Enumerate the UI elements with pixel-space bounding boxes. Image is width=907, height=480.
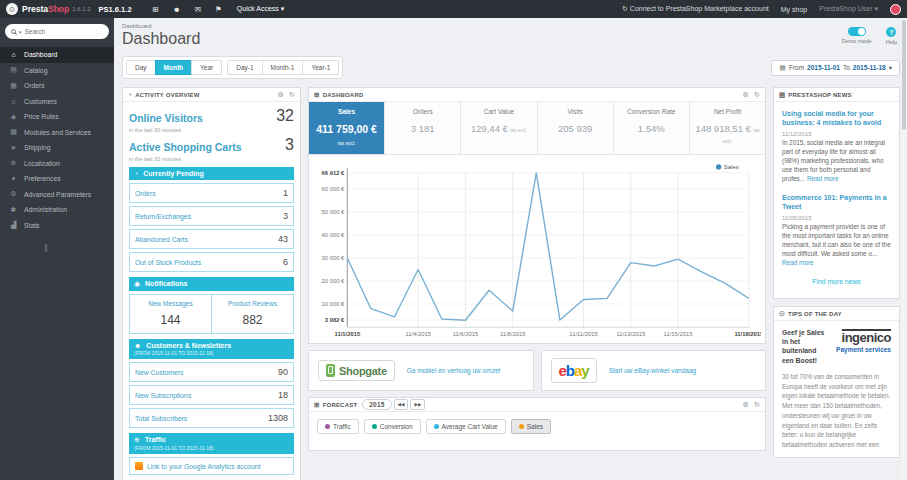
activity-overview-panel: ◔ ACTIVITY OVERVIEW ⚙ ↻ Online Visitors …: [122, 87, 301, 480]
metric-sales-button[interactable]: Sales: [511, 419, 551, 434]
article-title-link[interactable]: Using social media for your business: 4 …: [782, 109, 891, 127]
marketplace-link[interactable]: ↻ Connect to PrestaShop Marketplace acco…: [622, 5, 769, 13]
new-subscriptions-row[interactable]: New Subscriptions18: [129, 385, 294, 405]
sync-icon: ↻: [622, 5, 628, 12]
kpi-orders[interactable]: Orders 3 181: [385, 102, 461, 154]
cart-icon[interactable]: ⊞: [153, 5, 159, 14]
ingenico-logo[interactable]: ingenico Payment services: [835, 328, 891, 365]
svg-text:40 000 €: 40 000 €: [322, 232, 346, 238]
metric-conversion-button[interactable]: Conversion: [364, 419, 421, 434]
svg-text:11/4/2015: 11/4/2015: [405, 331, 431, 337]
abandoned-carts-row[interactable]: Abandoned Carts43: [129, 229, 294, 249]
sidebar-item-preferences[interactable]: ✦Preferences: [0, 171, 114, 187]
panel-settings-icon[interactable]: ⚙: [277, 91, 283, 99]
panel-settings-icon[interactable]: ⚙: [742, 401, 748, 409]
messages-icon[interactable]: ✉: [195, 5, 201, 14]
kpi-cart-value[interactable]: Cart Value 129,44 € tax excl.: [461, 102, 537, 154]
administration-icon: ✱: [9, 206, 18, 214]
online-visitors-value: 32: [276, 108, 294, 124]
shopgate-logo[interactable]: Shopgate: [318, 360, 395, 381]
active-carts-link[interactable]: Active Shopping Carts: [129, 141, 242, 153]
customers-icon[interactable]: ☻: [173, 5, 181, 14]
kpi-conversion-rate[interactable]: Conversion Rate 1.54%: [614, 102, 690, 154]
news-article: Ecommerce 101: Payments in a Tweet 11/05…: [782, 193, 891, 268]
search-input[interactable]: [25, 28, 95, 35]
page-scrollbar[interactable]: [901, 18, 907, 480]
metric-avg-cart-value-button[interactable]: Average Cart Value: [426, 419, 506, 434]
sidebar-item-dashboard[interactable]: ⌂Dashboard: [0, 47, 114, 63]
kpi-sales[interactable]: Sales 411 759,00 € tax excl.: [309, 102, 385, 154]
new-customers-row[interactable]: New Customers90: [129, 362, 294, 382]
date-picker-button[interactable]: ▦ From2015-11-01 To2015-11-18 ▾: [771, 60, 900, 76]
user-avatar[interactable]: [890, 4, 901, 15]
sidebar-item-administration[interactable]: ✱Administration: [0, 202, 114, 218]
news-icon: ▤: [779, 91, 785, 99]
article-title-link[interactable]: Ecommerce 101: Payments in a Tweet: [782, 193, 891, 211]
sales-chart[interactable]: 3 082 €10 000 €20 000 €30 000 €40 000 €5…: [309, 155, 765, 343]
kpi-visits[interactable]: Visits 205 939: [538, 102, 614, 154]
metric-traffic-button[interactable]: Traffic: [317, 419, 359, 434]
shopgate-link[interactable]: Ga mobiel en verhoog uw omzet: [407, 367, 501, 374]
breadcrumb[interactable]: Dashboard: [122, 23, 900, 29]
panel-settings-icon[interactable]: ⚙: [742, 91, 748, 99]
out-of-stock-row[interactable]: Out of Stock Products6: [129, 252, 294, 272]
ebay-logo[interactable]: ebay: [551, 358, 597, 383]
svg-text:30 000 €: 30 000 €: [322, 255, 346, 261]
traffic-dot-icon: [325, 424, 330, 429]
sidebar-item-catalog[interactable]: ▤Catalog: [0, 63, 114, 79]
sidebar-item-localization[interactable]: ⊕Localization: [0, 156, 114, 172]
page-title: Dashboard: [122, 30, 900, 48]
google-analytics-row[interactable]: Link to your Google Analytics account: [129, 457, 294, 475]
calendar-icon: ▦: [779, 64, 786, 72]
range-day-button[interactable]: Day: [126, 60, 156, 75]
kpi-net-profit[interactable]: Net Profit 148 918,51 € tax excl.: [690, 102, 765, 154]
sidebar-item-stats[interactable]: ▟Stats: [0, 218, 114, 234]
search-scope-caret-icon[interactable]: ▾: [19, 29, 22, 35]
prestashop-logo[interactable]: ☺: [6, 3, 18, 15]
quick-access-menu[interactable]: Quick Access ▾: [237, 5, 284, 13]
sidebar-item-advanced-parameters[interactable]: ⚙Advanced Parameters: [0, 187, 114, 203]
badges-icon[interactable]: ⚑: [215, 5, 222, 14]
pending-orders-row[interactable]: Orders1: [129, 183, 294, 203]
panel-refresh-icon[interactable]: ↻: [754, 401, 760, 409]
pending-returns-row[interactable]: Return/Exchanges3: [129, 206, 294, 226]
user-menu[interactable]: PrestaShop User ▾: [819, 5, 878, 13]
sidebar-item-modules-and-services[interactable]: ▩Modules and Services: [0, 125, 114, 141]
forecast-panel: ⊞ FORECAST 2015 ◀◀ ▶▶ ⚙ ↻ Traffic: [308, 397, 766, 451]
range-day-1-button[interactable]: Day-1: [227, 60, 262, 75]
notifications-grid: New Messages 144 Product Reviews 882: [129, 294, 294, 334]
sidebar-item-price-rules[interactable]: ◈Price Rules: [0, 109, 114, 125]
range-month-button[interactable]: Month: [155, 60, 193, 75]
sidebar-item-customers[interactable]: ☺Customers: [0, 94, 114, 110]
currently-pending-header: ◔ Currently Pending: [129, 167, 294, 180]
forecast-prev-button[interactable]: ◀◀: [394, 399, 409, 410]
ebay-logo-text: ebay: [559, 362, 589, 379]
search-box[interactable]: ▾: [5, 24, 109, 39]
read-more-link[interactable]: Read more: [807, 175, 839, 182]
ebay-link[interactable]: Start uw eBay-winkel vandaag: [609, 367, 696, 374]
total-subscribers-row[interactable]: Total Subscribers1308: [129, 408, 294, 428]
forecast-next-button[interactable]: ▶▶: [410, 399, 425, 410]
find-more-news-link[interactable]: Find more news: [782, 278, 891, 285]
sidebar-item-orders[interactable]: ▦Orders: [0, 78, 114, 94]
range-year-1-button[interactable]: Year-1: [302, 60, 339, 75]
help-icon[interactable]: ?: [886, 27, 896, 37]
demo-mode-toggle[interactable]: [848, 27, 866, 36]
product-reviews-cell[interactable]: Product Reviews 882: [211, 295, 293, 333]
sidebar-menu: ⌂Dashboard▤Catalog▦Orders☺Customers◈Pric…: [0, 47, 114, 233]
forecast-year-badge: 2015: [362, 399, 391, 410]
range-year-button[interactable]: Year: [191, 60, 222, 75]
localization-icon: ⊕: [9, 159, 18, 167]
panel-refresh-icon[interactable]: ↻: [289, 91, 295, 99]
new-messages-cell[interactable]: New Messages 144: [130, 295, 211, 333]
panel-refresh-icon[interactable]: ↻: [754, 91, 760, 99]
my-shop-link[interactable]: My shop: [781, 6, 807, 13]
read-more-link[interactable]: Read more: [782, 259, 814, 266]
main-content: Dashboard Dashboard Demo mode ? Help Day…: [114, 18, 907, 480]
range-month-1-button[interactable]: Month-1: [262, 60, 304, 75]
online-visitors-link[interactable]: Online Visitors: [129, 112, 203, 124]
svg-text:20 000 €: 20 000 €: [322, 278, 346, 284]
scrollbar-thumb[interactable]: [902, 20, 906, 130]
menu-collapse-toggle[interactable]: ∥: [0, 243, 114, 252]
sidebar-item-shipping[interactable]: ➤Shipping: [0, 140, 114, 156]
